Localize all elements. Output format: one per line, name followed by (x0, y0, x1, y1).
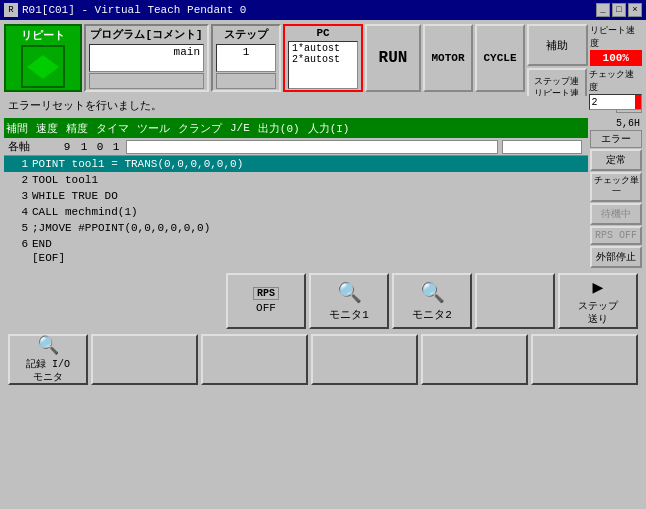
code-line-2[interactable]: 2 TOOL tool1 (4, 172, 588, 188)
status-teijo-btn[interactable]: 定常 (590, 149, 642, 171)
line-num-4: 4 (8, 206, 28, 218)
hojo-button[interactable]: 補助 (527, 24, 588, 66)
code-header-row: 各軸 9 1 0 1 (4, 138, 588, 156)
repeat-panel: リピート (4, 24, 82, 92)
motor-label: MOTOR (431, 52, 464, 64)
toolbar-item-output[interactable]: 出力(0) (258, 121, 300, 136)
run-label: RUN (379, 49, 408, 67)
code-area: 1 POINT tool1 = TRANS(0,0,0,0,0,0) 2 TOO… (4, 156, 588, 264)
pc-line2: 2*autost (292, 54, 354, 65)
right-top-row: 補助 リピート速度 100% (527, 24, 642, 66)
header-1: 1 (76, 141, 92, 153)
step-panel: ステップ 1 (211, 24, 281, 92)
error-label: エラー (590, 130, 642, 148)
monitor1-button[interactable]: 🔍 モニタ1 (309, 273, 389, 329)
header-0: 0 (92, 141, 108, 153)
repeat-label: リピート (8, 28, 78, 43)
line-content-2: TOOL tool1 (32, 174, 584, 186)
program-panel: プログラム[コメント] main (84, 24, 209, 92)
line-content-6: END (32, 238, 584, 250)
main-container: リピート プログラム[コメント] main ステップ 1 (0, 20, 646, 393)
code-line-4[interactable]: 4 CALL mechmind(1) (4, 204, 588, 220)
bottom-row2: 🔍 記録 I/Oモニタ (4, 334, 642, 389)
program-value[interactable]: main (89, 44, 204, 72)
header-kakujiku: 各軸 (8, 139, 58, 154)
record-io-button[interactable]: 🔍 記録 I/Oモニタ (8, 334, 88, 385)
close-btn[interactable]: × (628, 3, 642, 17)
rps-off-button[interactable]: RPS OFF (226, 273, 306, 329)
status-gabu-btn[interactable]: 外部停止 (590, 246, 642, 268)
cycle-label: CYCLE (483, 52, 516, 64)
cycle-button[interactable]: CYCLE (475, 24, 525, 92)
code-line-1[interactable]: 1 POINT tool1 = TRANS(0,0,0,0,0,0) (4, 156, 588, 172)
line-num-3: 3 (8, 190, 28, 202)
toolbar-item-je[interactable]: J/E (230, 122, 250, 134)
line-num-5: 5 (8, 222, 28, 234)
code-line-3[interactable]: 3 WHILE TRUE DO (4, 188, 588, 204)
toolbar-item-clamp[interactable]: クランプ (178, 121, 222, 136)
code-line-6[interactable]: 6 END (4, 236, 588, 252)
line-num-6: 6 (8, 238, 28, 250)
code-line-5[interactable]: 5 ;JMOVE #PPOINT(0,0,0,0,0,0) (4, 220, 588, 236)
status-message: エラーリセットを行いました。 (4, 96, 614, 115)
line-content-5: ;JMOVE #PPOINT(0,0,0,0,0,0) (32, 222, 584, 234)
motor-button[interactable]: MOTOR (423, 24, 473, 92)
toolbar-item-input[interactable]: 人力(I) (308, 121, 350, 136)
app-icon: R (4, 3, 18, 17)
monitor1-icon: 🔍 (337, 280, 362, 305)
status-taiki-btn[interactable]: 待機中 (590, 203, 642, 225)
step-send-icon: ▶ (593, 276, 604, 298)
toolbar-item-tool[interactable]: ツール (137, 121, 170, 136)
arrow-right-icon (43, 55, 59, 79)
toolbar-item-speed[interactable]: 速度 (36, 121, 58, 136)
line-content-3: WHILE TRUE DO (32, 190, 584, 202)
bottom-placeholder (8, 273, 223, 329)
top-row: リピート プログラム[コメント] main ステップ 1 (4, 24, 642, 92)
right-top-panel: 補助 リピート速度 100% ステップ連 リピート連 チェック (527, 24, 642, 92)
right-status-col: 5,6H エラー 定常 チェック単一 待機中 RPS OFF 外部停止 (590, 118, 642, 268)
repeat-icon[interactable] (21, 45, 65, 88)
line-content-4: CALL mechmind(1) (32, 206, 584, 218)
step-send-label: ステップ送り (578, 300, 618, 326)
program-sub (89, 73, 204, 89)
header-9: 9 (58, 141, 76, 153)
empty-btn4 (311, 334, 418, 385)
step-value[interactable]: 1 (216, 44, 276, 72)
check-speed-indicator (635, 95, 641, 109)
monitor1-label: モニタ1 (329, 307, 369, 322)
line-num-1: 1 (8, 158, 28, 170)
repeat-arrows (27, 55, 59, 79)
pc-line1: 1*autost (292, 43, 354, 54)
monitor2-button[interactable]: 🔍 モニタ2 (392, 273, 472, 329)
record-io-label: 記録 I/Oモニタ (26, 358, 70, 384)
toolbar-item-seido[interactable]: 精度 (66, 121, 88, 136)
toolbar-item-hokan[interactable]: 補間 (6, 121, 28, 136)
status-row: エラーリセットを行いました。 Lv2 (4, 94, 642, 116)
check-speed-panel: チェック速度 2 (589, 68, 643, 110)
record-io-icon: 🔍 (37, 334, 59, 356)
header-bar-left (126, 140, 498, 154)
step-sub (216, 73, 276, 89)
minimize-btn[interactable]: _ (596, 3, 610, 17)
status-rps-btn[interactable]: RPS OFF (590, 226, 642, 245)
toolbar: 補間 速度 精度 タイマ ツール クランプ J/E 出力(0) 人力(I) (4, 118, 588, 138)
status-check-btn[interactable]: チェック単一 (590, 172, 642, 202)
speed-value: 100% (603, 52, 629, 64)
pc-values[interactable]: 1*autost 2*autost (288, 41, 358, 89)
off-label: OFF (256, 302, 276, 314)
line-content-1: POINT tool1 = TRANS(0,0,0,0,0,0) (32, 158, 584, 170)
empty-btn3 (201, 334, 308, 385)
speed-label: リピート速度 (590, 24, 643, 50)
maximize-btn[interactable]: □ (612, 3, 626, 17)
empty-btn5 (421, 334, 528, 385)
code-section: 補間 速度 精度 タイマ ツール クランプ J/E 出力(0) 人力(I) 各軸… (4, 118, 642, 268)
check-speed-label: チェック速度 (589, 68, 643, 94)
step-ren-line1: ステップ連 (534, 77, 579, 89)
window-controls: _ □ × (596, 3, 642, 17)
step-number: 1 (243, 46, 250, 58)
monitor2-label: モニタ2 (412, 307, 452, 322)
run-button[interactable]: RUN (365, 24, 421, 92)
toolbar-item-timer[interactable]: タイマ (96, 121, 129, 136)
step-send-button[interactable]: ▶ ステップ送り (558, 273, 638, 329)
bottom-row1: RPS OFF 🔍 モニタ1 🔍 モニタ2 ▶ ステップ送り (4, 270, 642, 332)
